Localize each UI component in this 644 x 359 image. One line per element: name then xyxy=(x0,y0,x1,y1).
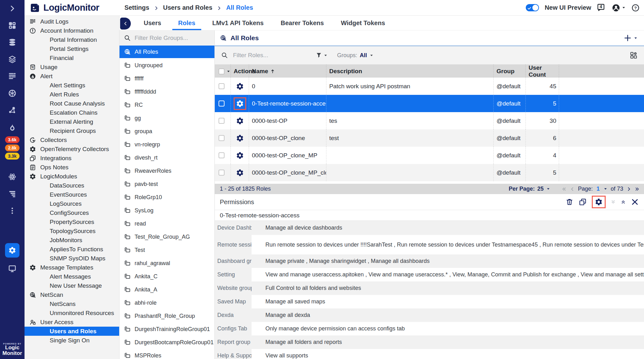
row-actions-cell[interactable] xyxy=(231,164,249,181)
sidebar-item-unmonitored-resources[interactable]: Unmonitored Resources xyxy=(25,308,119,318)
sidebar-item-alert-settings[interactable]: Alert Settings xyxy=(25,81,119,90)
next-page-button[interactable] xyxy=(626,187,631,192)
row-name-cell[interactable]: 0000-test-OP_clone xyxy=(249,129,326,147)
rail-item-modules[interactable] xyxy=(5,53,19,66)
row-select-cell[interactable] xyxy=(215,112,231,129)
row-actions-cell[interactable] xyxy=(231,112,249,129)
rail-item-resources[interactable] xyxy=(5,36,19,49)
role-group-item[interactable]: RweaverRoles xyxy=(119,164,214,177)
sidebar-item-alert-rules[interactable]: Alert Rules xyxy=(25,90,119,99)
row-name-cell[interactable]: 0 xyxy=(249,78,326,95)
role-group-item[interactable]: MSPRoles xyxy=(119,349,214,359)
sidebar-item-usage[interactable]: %Usage xyxy=(25,63,119,72)
role-group-item[interactable]: groupa xyxy=(119,125,214,138)
table-row[interactable]: 0Patch work using API postman@default45 xyxy=(215,78,644,95)
row-actions-cell[interactable] xyxy=(231,147,249,164)
role-group-item[interactable]: Test xyxy=(119,243,214,257)
column-header-name[interactable]: Name xyxy=(249,64,326,78)
collapse-panel-button[interactable] xyxy=(120,18,131,30)
filter-funnel-button[interactable] xyxy=(315,52,328,59)
sidebar-item-logsources[interactable]: LogSources xyxy=(25,199,119,208)
role-group-item[interactable]: SysLog xyxy=(119,204,214,217)
row-actions-cell[interactable] xyxy=(231,129,249,147)
role-group-item[interactable]: divesh_rt xyxy=(119,151,214,164)
role-group-item[interactable]: PrashantR_Role_Group xyxy=(119,309,214,323)
tab-lmv1-api-tokens[interactable]: LMv1 API Tokens xyxy=(204,16,272,30)
sidebar-item-topologysources[interactable]: TopologySources xyxy=(25,226,119,236)
role-group-item[interactable]: pavb-test xyxy=(119,177,214,191)
help-button[interactable]: ? xyxy=(631,4,640,12)
rail-item-more[interactable] xyxy=(5,204,19,217)
rail-item-settings-active[interactable] xyxy=(5,243,19,258)
sidebar-item-appliesto-functions[interactable]: AppliesTo Functions xyxy=(25,245,119,254)
sidebar-item-propertysources[interactable]: PropertySources xyxy=(25,217,119,226)
page-number[interactable]: 1 xyxy=(596,186,600,192)
row-name-cell[interactable]: 0000-test-OP xyxy=(249,112,326,129)
header-select-all[interactable] xyxy=(215,64,231,78)
sidebar-item-alert[interactable]: Alert xyxy=(25,72,119,81)
sidebar-item-message-templates[interactable]: Message Templates xyxy=(25,263,119,272)
sidebar-item-configsources[interactable]: ConfigSources xyxy=(25,208,119,217)
row-actions-cell[interactable] xyxy=(231,78,249,95)
row-select-cell[interactable] xyxy=(215,78,231,95)
column-header-group[interactable]: Group xyxy=(494,64,526,78)
rail-item-mapping[interactable] xyxy=(5,104,19,117)
sidebar-item-users-and-roles[interactable]: Users and Roles xyxy=(25,327,119,336)
breadcrumb-all-roles[interactable]: All Roles xyxy=(226,4,253,11)
row-checkbox[interactable] xyxy=(219,101,225,106)
feedback-button[interactable]: 4 xyxy=(597,3,606,13)
role-groups-filter-input[interactable]: Filter Role Groups... xyxy=(135,35,188,41)
row-gear-highlighted[interactable] xyxy=(234,97,246,110)
delete-role-button[interactable] xyxy=(565,198,574,206)
table-row[interactable]: 0000-test-OPtes@default30 xyxy=(215,112,644,129)
sidebar-item-opentelemetry-collectors[interactable]: OpenTelemetry Collectors xyxy=(25,144,119,154)
sidebar-item-financial[interactable]: Financial xyxy=(25,53,119,63)
tab-bearer-tokens[interactable]: Bearer Tokens xyxy=(272,16,332,30)
role-group-all-roles[interactable]: All Roles xyxy=(119,46,214,58)
role-group-item[interactable]: Ankita_A xyxy=(119,283,214,296)
sidebar-item-user-access[interactable]: User Access xyxy=(25,318,119,327)
row-select-cell[interactable] xyxy=(215,147,231,164)
sidebar-item-alert-messages[interactable]: Alert Messages xyxy=(25,272,119,281)
rail-item-remote-sessions[interactable] xyxy=(5,262,19,275)
breadcrumb-settings[interactable]: Settings xyxy=(125,4,149,11)
row-actions-button[interactable] xyxy=(236,134,244,142)
row-actions-button[interactable] xyxy=(236,117,244,125)
rail-item-dashboards[interactable] xyxy=(5,19,19,32)
add-role-button[interactable] xyxy=(624,34,638,42)
column-settings-button[interactable] xyxy=(630,51,638,59)
role-group-item[interactable]: RoleGrp10 xyxy=(119,191,214,204)
role-group-item[interactable]: RC xyxy=(119,98,214,112)
collapse-all-button[interactable] xyxy=(611,199,616,204)
tab-users[interactable]: Users xyxy=(135,16,170,30)
sidebar-item-single-sign-on[interactable]: Single Sign On xyxy=(25,336,119,345)
role-group-item[interactable]: Ankita_C xyxy=(119,270,214,283)
row-actions-button[interactable] xyxy=(236,82,244,90)
breadcrumb-users-and-roles[interactable]: Users and Roles xyxy=(163,4,213,11)
sidebar-item-snmp-sysoid-maps[interactable]: SNMP SysOID Maps xyxy=(25,254,119,263)
row-checkbox[interactable] xyxy=(219,152,225,158)
role-group-item[interactable]: rahul_agrawal xyxy=(119,257,214,270)
prev-page-button[interactable] xyxy=(570,187,575,192)
row-actions-cell[interactable] xyxy=(231,95,249,112)
table-row[interactable]: 0000-test-OP_clone_MP@default4 xyxy=(215,147,644,164)
role-group-item[interactable]: DurgestBootcampRoleGroup01 xyxy=(119,336,214,349)
sidebar-item-audit-logs[interactable]: Audit Logs xyxy=(25,17,119,26)
tab-widget-tokens[interactable]: Widget Tokens xyxy=(332,16,394,30)
close-panel-button[interactable] xyxy=(631,198,639,206)
sidebar-item-recipient-groups[interactable]: Recipient Groups xyxy=(25,126,119,135)
sidebar-item-netscans[interactable]: NetScans xyxy=(25,299,119,308)
last-page-button[interactable] xyxy=(635,187,640,192)
manage-role-button-highlighted[interactable] xyxy=(592,196,606,208)
alert-badge-critical[interactable]: 3.6k xyxy=(5,136,19,143)
per-page-select[interactable]: Per Page: 25 xyxy=(509,186,550,192)
row-select-cell[interactable] xyxy=(215,129,231,147)
expand-all-button[interactable] xyxy=(621,199,626,204)
sidebar-item-account-information[interactable]: Account Information xyxy=(25,26,119,35)
column-header-description[interactable]: Description xyxy=(326,64,494,78)
first-page-button[interactable] xyxy=(562,187,567,192)
role-group-item[interactable]: Ungrouped xyxy=(119,59,214,72)
select-all-checkbox[interactable] xyxy=(219,68,225,74)
sidebar-item-netscan[interactable]: NetScan xyxy=(25,290,119,299)
rail-item-websites[interactable] xyxy=(5,87,19,100)
